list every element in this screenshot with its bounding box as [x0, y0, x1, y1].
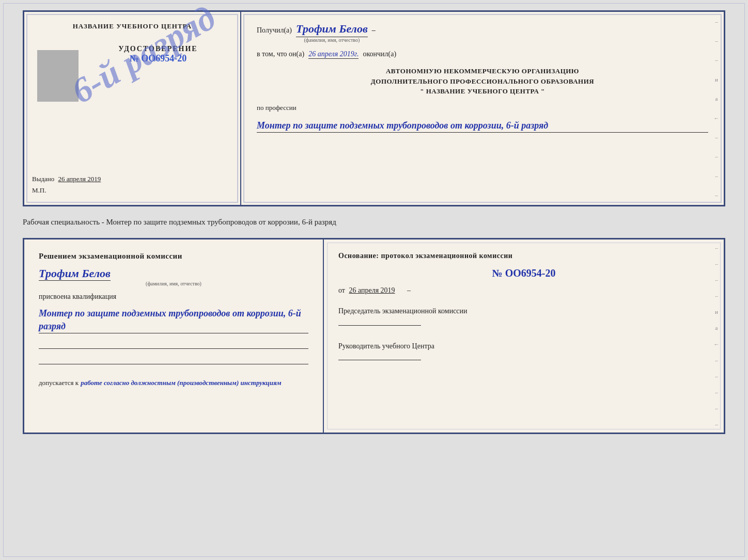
sidebar-dashes-top: – – – и а ← – – – – — [709, 12, 724, 205]
issued-line: Выдано 26 апреля 2019 — [32, 175, 232, 183]
profession-value-bottom: Монтер по защите подземных трубопроводов… — [39, 307, 308, 333]
decision-title: Решением экзаменационной комиссии — [39, 252, 308, 261]
protocol-date-prefix: от — [338, 286, 345, 294]
head-label: Руководитель учебного Центра — [338, 341, 709, 351]
cert-right-panel: Получил(а) Трофим Белов (фамилия, имя, о… — [241, 12, 724, 205]
chairman-label: Председатель экзаменационной комиссии — [338, 306, 709, 316]
cert-number: № OO6954-20 — [130, 53, 187, 64]
assigned-label: присвоена квалификация — [39, 293, 308, 301]
photo-placeholder — [37, 50, 79, 102]
org-line3: " НАЗВАНИЕ УЧЕБНОГО ЦЕНТРА " — [257, 86, 708, 97]
name-subtitle-bottom: (фамилия, имя, отчество) — [39, 281, 308, 286]
allowed-value: работе согласно должностным (производств… — [81, 379, 282, 387]
cert-left-panel: НАЗВАНИЕ УЧЕБНОГО ЦЕНТРА УДОСТОВЕРЕНИЕ №… — [24, 12, 241, 205]
blank-line-1 — [39, 340, 308, 349]
bottom-certificate: Решением экзаменационной комиссии Трофим… — [23, 238, 725, 434]
org-block: АВТОНОМНУЮ НЕКОММЕРЧЕСКУЮ ОРГАНИЗАЦИЮ ДО… — [257, 66, 708, 97]
basis-title: Основание: протокол экзаменационной коми… — [338, 252, 709, 260]
speciality-text: Рабочая специальность - Монтер по защите… — [23, 215, 725, 230]
in-that-date: 26 апреля 2019г. — [308, 50, 359, 59]
org-line2: ДОПОЛНИТЕЛЬНОГО ПРОФЕССИОНАЛЬНОГО ОБРАЗО… — [257, 76, 708, 87]
org-line1: АВТОНОМНУЮ НЕКОММЕРЧЕСКУЮ ОРГАНИЗАЦИЮ — [257, 66, 708, 76]
received-name: Трофим Белов — [296, 22, 368, 37]
profession-label: по профессии — [257, 104, 708, 112]
finished-label: окончил(а) — [363, 50, 396, 58]
mp-label: М.П. — [32, 186, 232, 195]
protocol-date: от 26 апреля 2019 – — [338, 286, 709, 295]
in-that-label: в том, что он(а) — [257, 50, 304, 58]
issued-label: Выдано — [32, 175, 54, 183]
bottom-right-panel: Основание: протокол экзаменационной коми… — [324, 239, 724, 433]
org-name-label: НАЗВАНИЕ УЧЕБНОГО ЦЕНТРА — [73, 22, 192, 30]
bottom-left-panel: Решением экзаменационной комиссии Трофим… — [24, 239, 324, 433]
person-name-bottom: Трофим Белов — [39, 267, 111, 281]
allowed-label: допускается к — [39, 379, 79, 387]
protocol-date-value: 26 апреля 2019 — [349, 286, 395, 294]
sidebar-dashes-bottom: – – – – и а ← – – – – – — [709, 239, 724, 433]
protocol-number: № OO6954-20 — [338, 267, 709, 279]
issued-date-value: 26 апреля 2019 — [58, 175, 101, 183]
head-sign-line — [338, 351, 421, 360]
profession-value-top: Монтер по защите подземных трубопроводов… — [257, 119, 708, 133]
received-label: Получил(а) — [257, 26, 292, 35]
cert-type-label: УДОСТОВЕРЕНИЕ — [118, 45, 197, 53]
chairman-sign-line — [338, 316, 421, 326]
name-subtitle-top: (фамилия, имя, отчество) — [296, 37, 368, 43]
blank-line-2 — [39, 355, 308, 364]
top-certificate: НАЗВАНИЕ УЧЕБНОГО ЦЕНТРА УДОСТОВЕРЕНИЕ №… — [23, 10, 725, 206]
